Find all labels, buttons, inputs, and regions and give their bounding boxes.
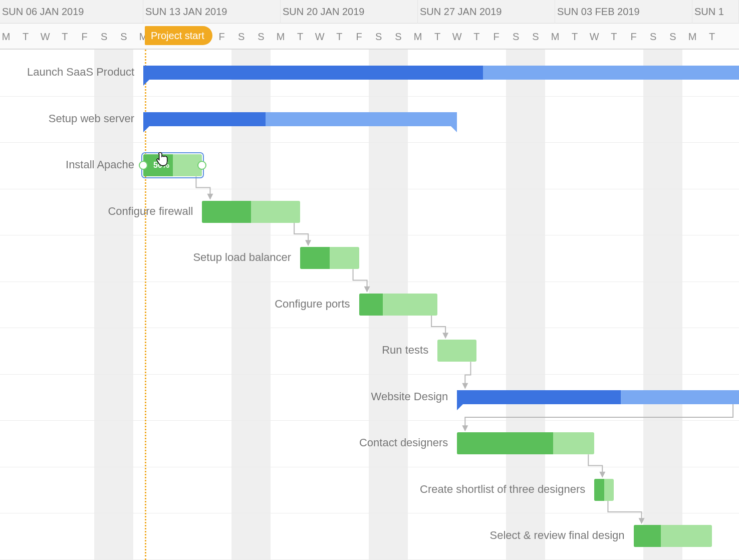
day-col: T: [604, 24, 624, 50]
task-label: Setup load balancer: [0, 251, 298, 264]
progress-fill: [457, 390, 620, 404]
day-col: W: [447, 24, 467, 50]
day-col: F: [486, 24, 506, 50]
row-separator: [0, 328, 739, 328]
progress-fill: [300, 247, 330, 269]
progress-fill: [634, 525, 661, 547]
gantt-parent-bar[interactable]: [457, 390, 739, 404]
day-col: T: [16, 24, 36, 50]
day-col: M: [271, 24, 290, 50]
gantt-parent-bar[interactable]: [143, 112, 457, 126]
task-label: Setup web server: [0, 112, 141, 125]
gantt-chart[interactable]: SUN 06 JAN 2019 SUN 13 JAN 2019 SUN 20 J…: [0, 0, 739, 560]
day-col: T: [291, 24, 310, 50]
day-col: W: [36, 24, 55, 50]
timeline-week-header: SUN 06 JAN 2019 SUN 13 JAN 2019 SUN 20 J…: [0, 0, 739, 24]
day-col: S: [388, 24, 408, 50]
week-col: SUN 06 JAN 2019: [0, 0, 143, 24]
day-col: T: [428, 24, 447, 50]
task-label: Configure ports: [0, 298, 357, 311]
day-col: T: [330, 24, 349, 50]
progress-fill: [202, 201, 251, 223]
gantt-task-bar[interactable]: [457, 432, 594, 454]
day-col: S: [369, 24, 388, 50]
task-label: Create shortlist of three designers: [0, 483, 592, 496]
day-col: S: [114, 24, 133, 50]
row-separator: [0, 189, 739, 189]
day-col: F: [349, 24, 369, 50]
day-col: S: [506, 24, 526, 50]
progress-fill: [457, 432, 553, 454]
day-col: M: [545, 24, 565, 50]
row-separator: [0, 559, 739, 560]
gantt-task-bar[interactable]: [202, 201, 300, 223]
day-col: S: [231, 24, 251, 50]
gantt-task-bar[interactable]: [359, 294, 438, 316]
task-label: Contact designers: [0, 436, 455, 449]
day-col: M: [0, 24, 16, 50]
row-separator: [0, 96, 739, 97]
task-label: Website Design: [0, 390, 455, 403]
progress-label: 50%: [153, 161, 169, 170]
day-col: S: [643, 24, 663, 50]
row-separator: [0, 467, 739, 467]
task-label: Install Apache: [0, 158, 141, 171]
day-col: W: [310, 24, 330, 50]
week-col: SUN 20 JAN 2019: [281, 0, 418, 24]
progress-fill: [143, 66, 483, 80]
row-separator: [0, 282, 739, 282]
task-label: Configure firewall: [0, 205, 200, 218]
day-col: T: [467, 24, 486, 50]
gantt-parent-bar[interactable]: [143, 66, 739, 80]
day-col: S: [663, 24, 682, 50]
day-col: F: [212, 24, 231, 50]
weekend-band: [643, 50, 682, 560]
gantt-task-bar[interactable]: [634, 525, 712, 547]
progress-fill: [594, 479, 604, 501]
day-col: T: [55, 24, 75, 50]
row-separator: [0, 142, 739, 143]
week-col: SUN 27 JAN 2019: [418, 0, 555, 24]
gantt-task-bar[interactable]: [300, 247, 359, 269]
task-label: Launch SaaS Product: [0, 66, 141, 79]
gantt-task-bar[interactable]: [594, 479, 614, 501]
day-col: F: [624, 24, 643, 50]
task-label: Run tests: [0, 344, 435, 357]
day-col: M: [408, 24, 427, 50]
week-col: SUN 13 JAN 2019: [143, 0, 281, 24]
week-col: SUN 03 FEB 2019: [555, 0, 692, 24]
progress-fill: [359, 294, 383, 316]
progress-fill: [143, 112, 266, 126]
day-col: T: [565, 24, 585, 50]
day-col: W: [585, 24, 604, 50]
timeline-day-header: MTWTFSSMTWTFSSMTWTFSSMTWTFSSMTWTFSSMT: [0, 24, 739, 50]
row-separator: [0, 513, 739, 513]
gantt-task-bar[interactable]: [437, 340, 476, 362]
row-separator: [0, 235, 739, 235]
day-col: T: [702, 24, 722, 50]
gantt-task-bar[interactable]: 50%: [143, 154, 202, 176]
task-label: Select & review final design: [0, 529, 632, 542]
row-separator: [0, 420, 739, 421]
week-col: SUN 1: [692, 0, 739, 24]
day-col: M: [682, 24, 702, 50]
day-col: S: [526, 24, 545, 50]
project-start-marker[interactable]: Project start: [145, 26, 212, 45]
day-col: S: [251, 24, 271, 50]
row-separator: [0, 374, 739, 375]
day-col: S: [94, 24, 114, 50]
day-col: F: [75, 24, 94, 50]
